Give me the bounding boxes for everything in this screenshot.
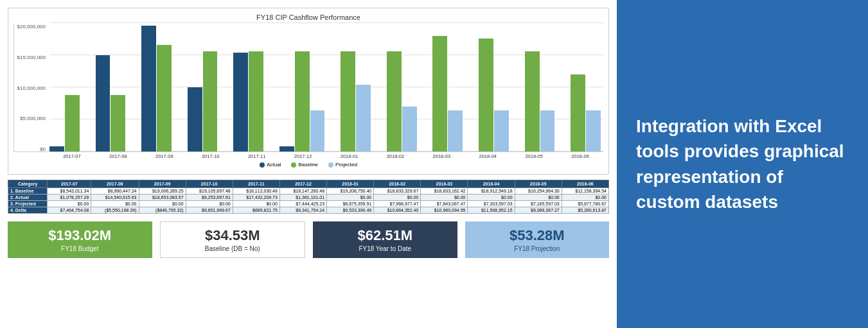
month-group-2018-03: [418, 23, 463, 151]
y-axis: $20,000,000 $15,000,000 $10,000,000 $5,0…: [14, 24, 48, 152]
table-header: 2017-07: [48, 180, 91, 188]
y-label-4: $0: [14, 146, 48, 152]
table-cell: $16,254,964.30: [515, 188, 562, 194]
month-group-2017-11: [233, 23, 279, 151]
month-group-2017-07: [49, 23, 95, 151]
month-group-2017-08: [96, 23, 141, 151]
x-label-2018-02: 2018-02: [372, 153, 418, 159]
table-cell: $5,877,780.67: [562, 201, 608, 207]
table-cell: $17,432,209.73: [233, 194, 279, 201]
y-label-2: $10,000,000: [14, 85, 48, 91]
bar-baseline-2017-07: [65, 95, 80, 151]
month-group-2018-02: [371, 23, 417, 151]
table-cell: $12,158,394.54: [562, 188, 608, 194]
table-cell: $14,540,615.63: [91, 194, 139, 201]
table-cell: $10,864,352.40: [374, 207, 421, 214]
table-cell: $9,533,390.49: [327, 207, 374, 214]
table-cell: $0.00: [186, 201, 233, 207]
table-cell: $18,653,083.57: [139, 194, 186, 201]
bar-baseline-2018-05: [525, 51, 540, 151]
table-cell: $0.00: [48, 201, 91, 207]
x-label-2017-11: 2017-11: [234, 153, 280, 159]
bar-actual-2017-07: [49, 146, 64, 151]
bars-group: [49, 23, 601, 151]
table-cell: $0.00: [562, 194, 608, 201]
table-cell: $18,912,549.18: [468, 188, 515, 194]
table-cell: $7,464,754.08: [48, 207, 91, 214]
bar-baseline-2017-09: [157, 45, 172, 151]
table-cell: ($846,795.32): [139, 207, 186, 214]
table-cell: $5,280,613.87: [562, 207, 608, 214]
legend-actual: Actual: [260, 162, 281, 168]
table-header: 2017-09: [139, 180, 186, 188]
bar-baseline-2018-06: [571, 74, 585, 151]
table-cell: $19,105,697.48: [186, 188, 233, 194]
kpi-box: $62.51MFY18 Year to Date: [313, 221, 457, 258]
table-cell: $0.00: [327, 194, 374, 201]
kpi-box: $193.02MFY18 Budget: [8, 221, 152, 258]
x-label-2018-05: 2018-05: [511, 153, 557, 159]
x-label-2018-03: 2018-03: [418, 153, 465, 159]
bar-baseline-2018-01: [341, 51, 355, 151]
table-cell: $9,341,754.24: [279, 207, 326, 214]
bar-baseline-2017-10: [203, 51, 218, 151]
y-label-1: $15,000,000: [14, 55, 48, 60]
table-cell: $0.00: [468, 194, 515, 201]
bar-actual-2017-11: [233, 53, 248, 151]
table-cell: $18,112,030.48: [233, 188, 279, 194]
table-row: 1. Baseline$8,543,011.34$8,990,447.24$19…: [8, 188, 609, 194]
y-label-0: $20,000,000: [14, 24, 48, 30]
table-header: 2018-05: [515, 180, 562, 188]
bar-actual-2017-08: [96, 55, 111, 151]
bar-projected-2018-01: [356, 85, 371, 151]
table-container: Category2017-072017-082017-092017-102017…: [8, 180, 609, 214]
bar-baseline-2017-11: [249, 51, 263, 151]
table-header: 2017-12: [279, 180, 326, 188]
x-label-2017-09: 2017-09: [141, 153, 188, 159]
bar-baseline-2018-03: [432, 36, 447, 151]
right-panel: Integration with Excel tools provides gr…: [617, 0, 868, 328]
table-cell: $7,444,425.23: [279, 201, 326, 207]
bar-baseline-2018-02: [387, 51, 402, 151]
bar-projected-2018-03: [448, 110, 463, 151]
table-cell: $0.00: [91, 201, 139, 207]
kpi-value: $62.51M: [357, 227, 412, 244]
bar-baseline-2017-12: [295, 51, 310, 151]
table-cell: $8,675,359.91: [327, 201, 374, 207]
bar-actual-2017-12: [279, 146, 294, 151]
x-label-2017-12: 2017-12: [280, 153, 326, 159]
bar-actual-2017-09: [141, 26, 156, 151]
legend-label-baseline: Baseline: [298, 162, 318, 168]
table-header: 2018-02: [374, 180, 421, 188]
table-header: 2018-04: [468, 180, 515, 188]
kpi-value: $34.53M: [205, 227, 260, 244]
legend-dot-projected: [328, 162, 333, 168]
chart-area: $20,000,000 $15,000,000 $10,000,000 $5,0…: [13, 24, 603, 152]
table-header: 2017-11: [233, 180, 279, 188]
bar-projected-2018-02: [402, 107, 417, 151]
bar-actual-2017-10: [188, 87, 202, 151]
legend-label-projected: Projected: [335, 162, 357, 168]
table-cell: $0.00: [139, 201, 186, 207]
table-cell: $18,147,260.48: [279, 188, 326, 194]
table-cell: $19,006,289.25: [139, 188, 186, 194]
table-cell: $9,089,367.27: [515, 207, 562, 214]
left-panel: FY18 CIP Cashflow Performance $20,000,00…: [0, 0, 617, 328]
table-header: Category: [8, 180, 48, 188]
table-cell: $0.00: [233, 201, 279, 207]
chart-legend: Actual Baseline Projected: [13, 162, 603, 168]
table-cell: $0.00: [374, 194, 421, 201]
table-cell: $0.00: [515, 194, 562, 201]
table-cell: $11,508,952.15: [468, 207, 515, 214]
table-row: 2. Actual$1,078,257.26$14,540,615.63$18,…: [8, 194, 609, 201]
chart-container: FY18 CIP Cashflow Performance $20,000,00…: [8, 8, 609, 175]
bar-projected-2018-04: [494, 110, 509, 151]
month-group-2018-04: [463, 23, 509, 151]
table-cell: $18,833,329.67: [374, 188, 421, 194]
table-row: 4. Delta$7,464,754.08($5,550,168.39)($84…: [8, 207, 609, 214]
kpi-row: $193.02MFY18 Budget$34.53MBaseline (DB =…: [8, 221, 609, 258]
kpi-box: $34.53MBaseline (DB = No): [160, 221, 306, 258]
kpi-value: $193.02M: [48, 227, 111, 244]
kpi-label: FY18 Projection: [514, 245, 560, 252]
x-label-2017-07: 2017-07: [49, 153, 95, 159]
